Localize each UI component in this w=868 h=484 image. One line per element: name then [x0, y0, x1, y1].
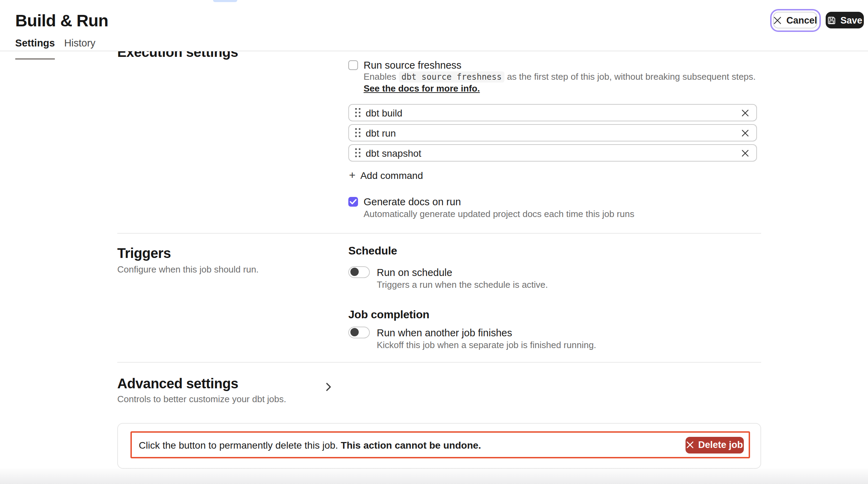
page-title: Build & Run — [15, 11, 108, 31]
advanced-settings-subtitle: Controls to better customize your dbt jo… — [117, 394, 286, 405]
delete-job-card: Click the button to permanently delete t… — [117, 423, 761, 469]
plus-icon: + — [349, 171, 356, 180]
add-command-button[interactable]: + Add command — [349, 170, 423, 181]
save-disk-icon — [827, 16, 836, 25]
run-source-freshness-label[interactable]: Run source freshness — [364, 60, 461, 71]
run-when-job-finishes-toggle[interactable] — [348, 327, 370, 338]
section-divider — [117, 233, 761, 234]
remove-command-icon[interactable] — [741, 109, 749, 117]
delete-job-highlight-outline: Click the button to permanently delete t… — [130, 431, 750, 458]
x-icon — [773, 16, 782, 25]
command-input[interactable]: dbt build — [366, 107, 741, 118]
generate-docs-checkbox[interactable] — [348, 197, 358, 207]
clipped-popover-artifact — [213, 0, 237, 2]
delete-job-warning: This action cannot be undone. — [341, 439, 481, 450]
see-docs-link[interactable]: See the docs for more info. — [364, 83, 480, 93]
save-button[interactable]: Save — [826, 12, 864, 28]
generate-docs-label[interactable]: Generate docs on run — [364, 196, 461, 208]
command-row[interactable]: dbt build — [348, 104, 757, 121]
toggle-knob — [350, 268, 358, 276]
drag-handle-icon[interactable] — [355, 148, 361, 157]
triggers-heading: Triggers — [117, 244, 171, 262]
drag-handle-icon[interactable] — [355, 128, 361, 137]
command-row[interactable]: dbt run — [348, 124, 757, 141]
chevron-right-icon[interactable] — [325, 382, 332, 392]
page-header: Build & Run Settings History Cancel Save — [0, 0, 868, 51]
command-input[interactable]: dbt snapshot — [366, 147, 741, 158]
command-row[interactable]: dbt snapshot — [348, 144, 757, 162]
x-icon — [686, 441, 694, 449]
drag-handle-icon[interactable] — [355, 108, 361, 117]
settings-scroll-area[interactable]: Execution settings Commands ? Run source… — [0, 0, 868, 484]
run-source-freshness-description: Enables dbt source freshness as the firs… — [364, 71, 757, 94]
delete-job-button[interactable]: Delete job — [686, 437, 744, 453]
command-input[interactable]: dbt run — [366, 127, 741, 138]
run-on-schedule-description: Triggers a run when the schedule is acti… — [377, 279, 548, 290]
schedule-heading: Schedule — [348, 244, 397, 258]
section-divider — [117, 362, 761, 363]
remove-command-icon[interactable] — [741, 149, 749, 157]
bottom-fade — [0, 469, 868, 484]
code-snippet: dbt source freshness — [399, 71, 504, 83]
cancel-button[interactable]: Cancel — [773, 12, 817, 28]
run-when-job-finishes-label[interactable]: Run when another job finishes — [377, 327, 512, 339]
run-on-schedule-toggle[interactable] — [348, 266, 370, 278]
tab-history[interactable]: History — [64, 35, 96, 51]
tab-settings[interactable]: Settings — [15, 35, 55, 51]
job-settings-page: Execution settings Commands ? Run source… — [0, 0, 868, 484]
triggers-subtitle: Configure when this job should run. — [117, 264, 259, 275]
advanced-settings-heading: Advanced settings — [117, 374, 238, 392]
cancel-button-wrap: Cancel — [773, 12, 817, 28]
checkmark-icon — [350, 199, 357, 205]
generate-docs-description: Automatically generate updated project d… — [364, 209, 634, 219]
job-completion-heading: Job completion — [348, 308, 429, 322]
delete-job-message: Click the button to permanently delete t… — [139, 439, 749, 450]
run-source-freshness-checkbox[interactable] — [348, 60, 358, 70]
run-on-schedule-label[interactable]: Run on schedule — [377, 267, 452, 279]
remove-command-icon[interactable] — [741, 129, 749, 137]
toggle-knob — [350, 328, 358, 337]
run-when-job-finishes-description: Kickoff this job when a separate job is … — [377, 340, 596, 351]
